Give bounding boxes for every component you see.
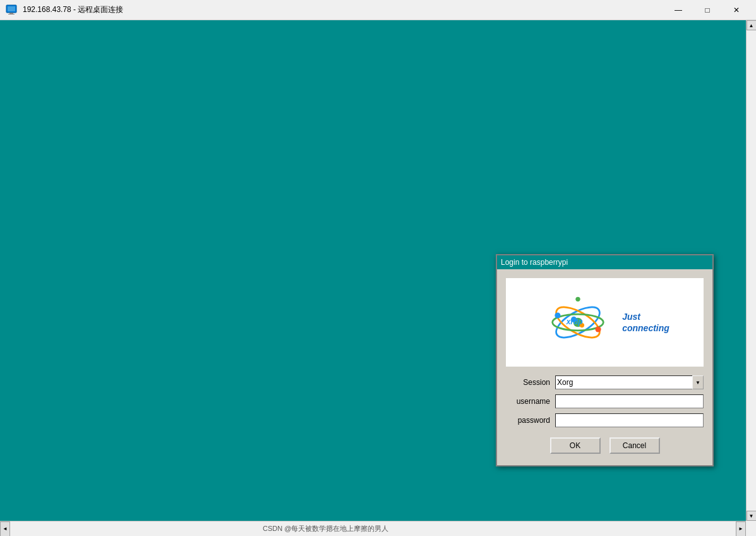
username-label: username <box>506 397 550 406</box>
session-select[interactable]: Xorg Xvnc X11rdp <box>555 375 704 389</box>
cancel-button[interactable]: Cancel <box>609 437 660 454</box>
scroll-left-arrow[interactable]: ◄ <box>0 521 10 537</box>
window-title: 192.168.43.78 - 远程桌面连接 <box>23 4 664 15</box>
svg-point-10 <box>555 312 560 318</box>
xrdp-logo-svg: xrdp <box>540 288 616 357</box>
scroll-right-arrow[interactable]: ► <box>736 521 746 537</box>
svg-rect-3 <box>8 14 15 15</box>
remote-desktop-area: Login to raspberrypi <box>0 20 746 521</box>
svg-point-12 <box>575 297 580 302</box>
password-row: password <box>506 413 704 427</box>
dialog-titlebar: Login to raspberrypi <box>497 255 712 269</box>
bottom-scrollbar: ◄ CSDN @每天被数学摁在地上摩擦的男人 ► <box>0 521 746 536</box>
username-input[interactable] <box>555 394 704 408</box>
username-row: username <box>506 394 704 408</box>
title-bar: 192.168.43.78 - 远程桌面连接 — □ ✕ <box>0 0 756 20</box>
login-dialog: Login to raspberrypi <box>496 254 714 466</box>
scroll-down-arrow[interactable]: ▼ <box>747 511 757 521</box>
svg-text:xrdp: xrdp <box>566 317 583 326</box>
window-controls: — □ ✕ <box>664 0 751 20</box>
dialog-body: xrdp Just connecting Session Xorg Xvnc X… <box>497 269 712 465</box>
app-icon <box>5 4 18 16</box>
maximize-button[interactable]: □ <box>693 0 722 20</box>
dialog-buttons: OK Cancel <box>506 437 704 459</box>
session-row: Session Xorg Xvnc X11rdp ▼ <box>506 375 704 389</box>
minimize-button[interactable]: — <box>664 0 693 20</box>
ok-button[interactable]: OK <box>550 437 601 454</box>
just-connecting-text: Just connecting <box>622 311 669 334</box>
password-label: password <box>506 416 550 425</box>
logo-area: xrdp Just connecting <box>506 278 704 367</box>
status-text: CSDN @每天被数学摁在地上摩擦的男人 <box>10 524 388 533</box>
scroll-up-arrow[interactable]: ▲ <box>747 20 757 30</box>
svg-rect-1 <box>8 6 15 11</box>
close-button[interactable]: ✕ <box>722 0 751 20</box>
session-select-wrapper[interactable]: Xorg Xvnc X11rdp ▼ <box>555 375 704 389</box>
dialog-title: Login to raspberrypi <box>501 258 568 267</box>
svg-point-11 <box>596 326 601 332</box>
right-scrollbar: ▲ ▼ <box>746 20 756 521</box>
session-label: Session <box>506 378 550 387</box>
svg-rect-2 <box>9 13 13 14</box>
password-input[interactable] <box>555 413 704 427</box>
